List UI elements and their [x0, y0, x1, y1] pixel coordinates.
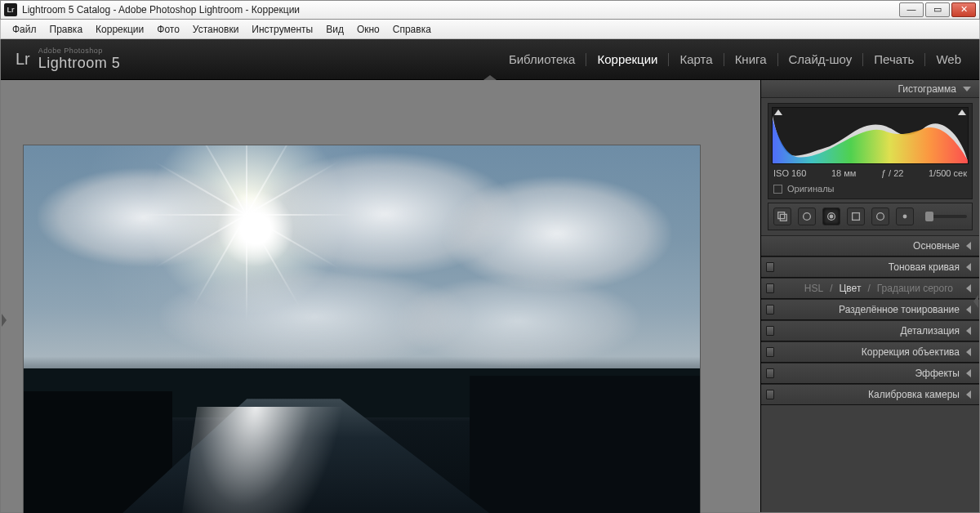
- switch-icon[interactable]: [766, 390, 774, 399]
- section-calibration[interactable]: Калибровка камеры: [761, 384, 979, 405]
- spot-tool[interactable]: [798, 207, 816, 225]
- color-label[interactable]: Цвет: [839, 283, 861, 294]
- svg-point-2: [804, 213, 811, 221]
- chevron-left-icon: [966, 369, 971, 377]
- hsl-label[interactable]: HSL: [804, 283, 823, 294]
- brand: Adobe Photoshop Lightroom 5: [38, 47, 121, 72]
- histogram-box: ISO 160 18 мм ƒ / 22 1/500 сек Оригиналы: [768, 103, 973, 199]
- menu-help[interactable]: Справка: [386, 22, 438, 37]
- gradient-tool[interactable]: [847, 207, 865, 225]
- menu-file[interactable]: Файл: [6, 22, 43, 37]
- redeye-tool[interactable]: [822, 207, 840, 225]
- originals-row[interactable]: Оригиналы: [772, 181, 969, 199]
- originals-checkbox[interactable]: [773, 185, 782, 194]
- section-effects-label: Эффекты: [915, 368, 960, 379]
- expand-right-icon[interactable]: [973, 295, 978, 308]
- section-lens[interactable]: Коррекция объектива: [761, 341, 979, 363]
- window-titlebar: Lr Lightroom 5 Catalog - Adobe Photoshop…: [0, 0, 980, 20]
- bw-label[interactable]: Градации серого: [877, 283, 953, 294]
- menu-window[interactable]: Окно: [350, 22, 386, 37]
- switch-icon[interactable]: [766, 262, 774, 272]
- tool-slider[interactable]: [925, 215, 967, 218]
- exif-focal: 18 мм: [831, 168, 856, 178]
- app-body: Lr Adobe Photoshop Lightroom 5 Библиотек…: [0, 39, 980, 513]
- switch-icon[interactable]: [766, 305, 774, 314]
- section-basic-label: Основные: [913, 240, 960, 252]
- module-slideshow[interactable]: Слайд-шоу: [778, 53, 864, 66]
- menu-settings[interactable]: Установки: [186, 22, 245, 37]
- exif-aperture: ƒ / 22: [881, 168, 904, 178]
- lr-logo: Lr: [16, 50, 30, 69]
- module-develop[interactable]: Коррекции: [586, 53, 669, 66]
- panel-histogram-header[interactable]: Гистограмма: [761, 80, 979, 98]
- section-tone-curve-label: Тоновая кривая: [889, 261, 960, 273]
- exif-iso: ISO 160: [773, 168, 806, 178]
- tool-strip: [768, 203, 973, 230]
- switch-icon[interactable]: [766, 326, 774, 336]
- section-split-toning[interactable]: Разделённое тонирование: [761, 299, 979, 320]
- switch-icon[interactable]: [766, 283, 774, 293]
- close-button[interactable]: ✕: [951, 2, 976, 17]
- window-title: Lightroom 5 Catalog - Adobe Photoshop Li…: [22, 4, 899, 16]
- chevron-left-icon: [966, 348, 971, 356]
- exif-row: ISO 160 18 мм ƒ / 22 1/500 сек: [772, 164, 969, 181]
- module-picker: Библиотека Коррекции Карта Книга Слайд-ш…: [498, 53, 961, 66]
- brand-small: Adobe Photoshop: [38, 47, 121, 55]
- radial-tool[interactable]: [871, 207, 889, 225]
- panel-histogram-label: Гистограмма: [898, 83, 956, 95]
- section-hsl[interactable]: HSL / Цвет / Градации серого: [761, 278, 979, 299]
- chevron-left-icon: [966, 390, 971, 399]
- maximize-button[interactable]: ▭: [925, 2, 950, 17]
- brush-tool[interactable]: [896, 207, 914, 225]
- section-calibration-label: Калибровка камеры: [868, 389, 960, 400]
- svg-rect-1: [780, 214, 786, 221]
- workspace: Гистограмма: [1, 80, 979, 512]
- originals-label: Оригиналы: [787, 184, 835, 194]
- menu-bar: Файл Правка Коррекции Фото Установки Инс…: [0, 20, 980, 39]
- switch-icon[interactable]: [766, 347, 774, 357]
- module-web[interactable]: Web: [925, 53, 961, 66]
- svg-point-6: [877, 213, 884, 221]
- module-print[interactable]: Печать: [863, 53, 925, 66]
- svg-point-7: [903, 215, 906, 218]
- section-tone-curve[interactable]: Тоновая кривая: [761, 256, 979, 278]
- section-basic[interactable]: Основные: [761, 235, 979, 256]
- svg-rect-5: [853, 213, 860, 221]
- chevron-left-icon: [966, 327, 971, 335]
- section-effects[interactable]: Эффекты: [761, 363, 979, 384]
- menu-tools[interactable]: Инструменты: [245, 22, 319, 37]
- module-library[interactable]: Библиотека: [498, 53, 587, 66]
- develop-panel: Гистограмма: [760, 80, 979, 512]
- crop-tool[interactable]: [773, 207, 791, 225]
- menu-develop[interactable]: Коррекции: [89, 22, 150, 37]
- menu-edit[interactable]: Правка: [43, 22, 90, 37]
- section-detail[interactable]: Детализация: [761, 320, 979, 341]
- menu-photo[interactable]: Фото: [150, 22, 186, 37]
- section-lens-label: Коррекция объектива: [862, 346, 960, 358]
- chevron-left-icon: [966, 284, 971, 292]
- minimize-button[interactable]: —: [899, 2, 924, 17]
- module-book[interactable]: Книга: [724, 53, 778, 66]
- chevron-left-icon: [966, 306, 971, 314]
- brand-big: Lightroom 5: [38, 55, 121, 72]
- chevron-left-icon: [966, 263, 971, 271]
- module-map[interactable]: Карта: [669, 53, 724, 66]
- photo-preview[interactable]: [24, 145, 700, 513]
- section-detail-label: Детализация: [901, 325, 960, 337]
- svg-point-4: [830, 215, 833, 218]
- menu-view[interactable]: Вид: [319, 22, 350, 37]
- chevron-left-icon: [966, 242, 971, 250]
- canvas-area: [1, 80, 760, 512]
- section-split-label: Разделённое тонирование: [839, 304, 960, 315]
- svg-rect-0: [778, 212, 785, 219]
- chevron-down-icon: [963, 87, 971, 91]
- expand-left-icon[interactable]: [2, 314, 7, 327]
- histogram[interactable]: [772, 107, 969, 164]
- switch-icon[interactable]: [766, 368, 774, 378]
- exif-shutter: 1/500 сек: [929, 168, 967, 178]
- identity-bar: Lr Adobe Photoshop Lightroom 5 Библиотек…: [1, 39, 979, 80]
- app-icon: Lr: [4, 3, 17, 16]
